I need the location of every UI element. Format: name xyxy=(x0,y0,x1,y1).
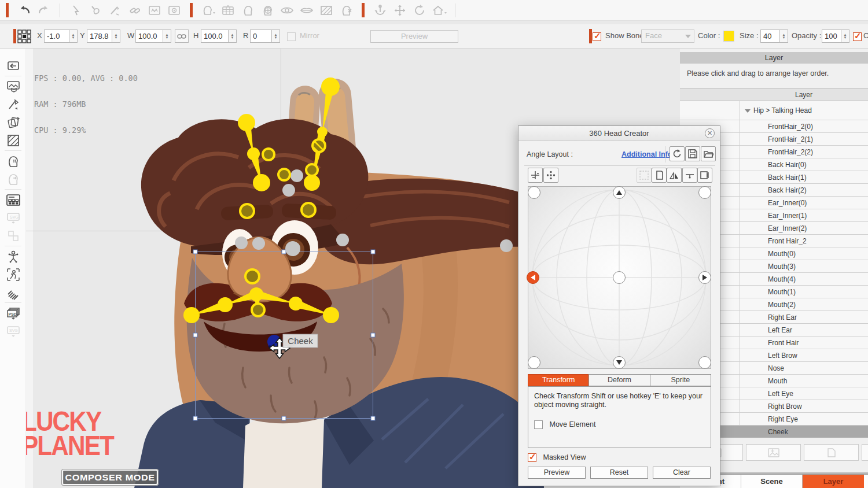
toolbar-separator xyxy=(13,29,16,43)
bone-palette-icon[interactable] xyxy=(0,191,26,209)
angle-corner-bottom-right[interactable] xyxy=(698,356,711,369)
axis-cross-icon[interactable] xyxy=(528,168,543,183)
show-bone-checkbox[interactable] xyxy=(593,31,601,42)
size-input[interactable] xyxy=(760,29,780,43)
toolbar-separator xyxy=(589,29,592,43)
y-spinner[interactable]: ▲▼ xyxy=(112,29,120,43)
rotate-button[interactable] xyxy=(410,3,429,18)
add-image-button[interactable] xyxy=(746,444,801,461)
render-image-icon[interactable] xyxy=(0,77,26,95)
close-icon[interactable]: ✕ xyxy=(705,128,715,138)
puzzle-icon[interactable] xyxy=(0,227,26,245)
page-icon[interactable] xyxy=(652,168,667,183)
preview-toolbar-button[interactable]: Preview xyxy=(370,30,458,43)
svg-layers-icon[interactable]: SVG xyxy=(0,322,26,340)
motion-capture-icon[interactable] xyxy=(0,265,26,283)
angle-down-button[interactable] xyxy=(613,356,626,369)
save-icon[interactable] xyxy=(685,146,700,161)
angle-left-button[interactable] xyxy=(527,271,539,284)
tab-sprite[interactable]: Sprite xyxy=(650,374,711,386)
marker-a-button[interactable] xyxy=(145,3,164,18)
r-spinner[interactable]: ▲▼ xyxy=(272,29,280,43)
align-line-icon[interactable] xyxy=(682,168,697,183)
sync-icon[interactable] xyxy=(670,146,685,161)
angle-right-button[interactable] xyxy=(698,271,711,284)
r-input[interactable] xyxy=(250,29,272,43)
dialog-title[interactable]: 360 Head Creator xyxy=(518,126,720,141)
extra-button[interactable] xyxy=(862,444,868,461)
move-element-checkbox[interactable] xyxy=(534,420,543,429)
layer-group-row[interactable]: Hip > Talking Head xyxy=(680,101,868,120)
home-button[interactable] xyxy=(429,3,449,18)
spring-icon[interactable] xyxy=(0,283,26,301)
anchor-grid-icon[interactable] xyxy=(17,29,31,46)
lips-icon-button[interactable] xyxy=(297,3,317,18)
eye-icon-button[interactable] xyxy=(277,3,297,18)
angle-up-button[interactable] xyxy=(613,186,626,199)
angle-corner-top-right[interactable] xyxy=(698,186,711,199)
head-menu-button[interactable] xyxy=(198,3,218,18)
select-button[interactable] xyxy=(66,3,86,18)
marker-b-button[interactable] xyxy=(164,3,184,18)
head-outline-button[interactable] xyxy=(238,3,258,18)
pen-button[interactable] xyxy=(105,3,125,18)
collapse-triangle-icon[interactable] xyxy=(745,109,751,113)
bone-color-swatch[interactable] xyxy=(723,31,734,42)
h-spinner[interactable]: ▲▼ xyxy=(229,29,237,43)
angle-corner-top-left[interactable] xyxy=(528,186,540,199)
anchor-button[interactable] xyxy=(370,3,390,18)
tab-transform[interactable]: Transform xyxy=(528,374,589,386)
reset-button[interactable]: Reset xyxy=(590,467,648,479)
lasso-select-button[interactable] xyxy=(86,3,105,18)
clear-button[interactable]: Clear xyxy=(653,467,711,479)
link-wh-button[interactable] xyxy=(175,29,189,43)
size-spinner[interactable]: ▲▼ xyxy=(780,29,788,43)
mask-tool-icon[interactable] xyxy=(0,131,26,149)
angle-corner-bottom-left[interactable] xyxy=(528,356,540,369)
back-stage-icon[interactable] xyxy=(0,57,26,75)
undo-button[interactable] xyxy=(14,3,34,18)
preview-button[interactable]: Preview xyxy=(528,467,586,479)
duplicate-icon[interactable] xyxy=(0,113,26,131)
h-input[interactable] xyxy=(201,29,229,43)
x-input[interactable] xyxy=(44,29,69,43)
five-dots-icon[interactable] xyxy=(543,168,558,183)
opacity-spinner[interactable]: ▲▼ xyxy=(841,29,849,43)
open-folder-icon[interactable] xyxy=(701,146,716,161)
y-input[interactable] xyxy=(87,29,112,43)
chevron-down-icon xyxy=(685,35,691,38)
tab-scene[interactable]: Scene xyxy=(741,475,803,488)
w-spinner[interactable]: ▲▼ xyxy=(163,29,171,43)
blank-page-button[interactable] xyxy=(804,444,859,461)
marquee-icon[interactable] xyxy=(637,168,652,183)
pen-tool-icon[interactable] xyxy=(0,95,26,113)
mask-icon-button[interactable] xyxy=(317,3,336,18)
character-bone-icon[interactable] xyxy=(0,247,26,265)
opacity-input[interactable] xyxy=(822,29,841,43)
psd-layers-icon[interactable]: PSD xyxy=(0,304,26,322)
svg-export-icon[interactable]: SVG xyxy=(0,209,26,227)
side-panel-icon[interactable] xyxy=(697,168,712,183)
head-turn-icon[interactable] xyxy=(0,170,26,188)
flip-horizontal-icon[interactable] xyxy=(667,168,682,183)
grid-table-button[interactable] xyxy=(218,3,238,18)
redo-button[interactable] xyxy=(34,3,54,18)
tab-deform[interactable]: Deform xyxy=(589,374,649,386)
connect-checkbox[interactable] xyxy=(853,31,862,42)
move-button[interactable] xyxy=(390,3,410,18)
bone-type-dropdown[interactable]: Face xyxy=(641,29,694,43)
head-angle-sphere[interactable] xyxy=(528,186,711,369)
mirror-checkbox[interactable] xyxy=(287,31,296,42)
toolbar-separator xyxy=(60,3,60,17)
head-clear-button[interactable] xyxy=(336,3,356,18)
head-target-button[interactable] xyxy=(258,3,277,18)
masked-view-checkbox[interactable] xyxy=(528,453,536,462)
connect-label: Conne xyxy=(863,31,868,40)
head-360-icon[interactable] xyxy=(0,152,26,170)
performance-stats: FPS : 0.00, AVG : 0.00 RAM : 796MB CPU :… xyxy=(34,57,138,152)
angle-center-button[interactable] xyxy=(613,271,626,284)
w-input[interactable] xyxy=(135,29,163,43)
x-spinner[interactable]: ▲▼ xyxy=(69,29,78,43)
tab-layer[interactable]: Layer xyxy=(803,475,864,488)
link-button[interactable] xyxy=(125,3,145,18)
